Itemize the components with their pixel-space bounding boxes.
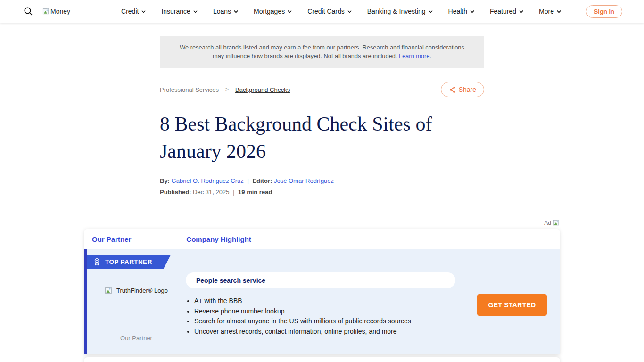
- partner-card-body: TOP PARTNER TruthFinder® Logo Our Partne…: [84, 249, 560, 354]
- service-category-pill: People search service: [186, 272, 455, 288]
- nav-item-credit-cards[interactable]: Credit Cards: [307, 8, 352, 15]
- chevron-down-icon: [193, 9, 198, 14]
- editor-label: Editor:: [252, 177, 272, 184]
- top-navigation-bar: Money Credit Insurance Loans Mortgages C…: [0, 0, 644, 23]
- nav-item-featured[interactable]: Featured: [490, 8, 524, 15]
- broken-image-icon: [553, 220, 560, 226]
- chevron-down-icon: [428, 9, 433, 14]
- nav-item-loans[interactable]: Loans: [213, 8, 239, 15]
- nav-label: Credit Cards: [307, 8, 345, 15]
- search-icon[interactable]: [24, 6, 34, 16]
- company-highlight-column: People search service A+ with the BBB Re…: [186, 249, 455, 337]
- share-button[interactable]: Share: [441, 82, 484, 97]
- nav-label: Featured: [490, 8, 516, 15]
- nav-label: Insurance: [161, 8, 190, 15]
- logo-alt-text: Money: [50, 8, 70, 15]
- share-label: Share: [459, 86, 476, 93]
- get-started-button[interactable]: GET STARTED: [477, 294, 547, 316]
- page-title: 8 Best Background Check Sites of January…: [160, 110, 484, 165]
- our-partner-column-header: Our Partner: [92, 235, 131, 243]
- chevron-down-icon: [287, 9, 292, 14]
- author-link[interactable]: Gabriel O. Rodriguez Cruz: [172, 177, 244, 184]
- breadcrumb-row: Professional Services > Background Check…: [160, 82, 484, 97]
- breadcrumb: Professional Services > Background Check…: [160, 86, 290, 93]
- chevron-down-icon: [556, 9, 561, 14]
- highlight-bullet-list: A+ with the BBB Reverse phone number loo…: [186, 296, 455, 337]
- nav-label: Mortgages: [254, 8, 285, 15]
- highlight-bullet: Uncover arrest records, contact informat…: [194, 327, 455, 337]
- nav-item-banking-investing[interactable]: Banking & Investing: [367, 8, 433, 15]
- published-row: Published: Dec 31, 2025 | 19 min read: [160, 189, 484, 196]
- top-partner-card: Our Partner Company Highlight TOP PARTNE…: [84, 229, 560, 354]
- by-label: By:: [160, 177, 170, 184]
- learn-more-link[interactable]: Learn more: [399, 52, 429, 59]
- sign-in-button[interactable]: Sign In: [586, 5, 622, 18]
- partner-logo[interactable]: TruthFinder® Logo: [105, 287, 168, 295]
- main-nav: Credit Insurance Loans Mortgages Credit …: [121, 8, 561, 15]
- published-label: Published:: [160, 189, 191, 196]
- money-logo[interactable]: Money: [42, 8, 70, 15]
- breadcrumb-parent[interactable]: Professional Services: [160, 86, 219, 93]
- nav-item-health[interactable]: Health: [448, 8, 475, 15]
- ad-label-row: Ad: [84, 219, 560, 227]
- nav-item-more[interactable]: More: [539, 8, 561, 15]
- broken-image-icon: [105, 287, 113, 295]
- chevron-down-icon: [519, 9, 524, 14]
- disclosure-period: .: [429, 52, 431, 59]
- read-time: 19 min read: [238, 189, 272, 196]
- author-row: By: Gabriel O. Rodriguez Cruz | Editor: …: [160, 177, 484, 184]
- nav-label: Banking & Investing: [367, 8, 426, 15]
- next-partner-card-stub: [84, 357, 560, 362]
- breadcrumb-current[interactable]: Background Checks: [235, 86, 290, 93]
- nav-label: Loans: [213, 8, 231, 15]
- chevron-down-icon: [141, 9, 146, 14]
- nav-label: Credit: [121, 8, 139, 15]
- highlight-bullet: Search for almost anyone in the US with …: [194, 316, 455, 327]
- advertiser-disclosure: We research all brands listed and may ea…: [160, 36, 484, 68]
- chevron-down-icon: [470, 9, 475, 14]
- highlight-bullet: A+ with the BBB: [194, 296, 455, 306]
- ad-label: Ad: [544, 220, 551, 226]
- partner-logo-column: TruthFinder® Logo Our Partner: [87, 249, 186, 354]
- partner-card-header: Our Partner Company Highlight: [84, 229, 560, 249]
- chevron-down-icon: [347, 9, 352, 14]
- company-highlight-column-header: Company Highlight: [186, 235, 251, 243]
- nav-item-credit[interactable]: Credit: [121, 8, 146, 15]
- breadcrumb-chevron-icon: >: [225, 86, 229, 93]
- nav-label: Health: [448, 8, 467, 15]
- editor-link[interactable]: José Omar Rodríguez: [274, 177, 334, 184]
- share-icon: [449, 86, 456, 93]
- byline-separator: |: [245, 177, 250, 184]
- partner-logo-alt-text: TruthFinder® Logo: [116, 287, 168, 294]
- published-separator: |: [231, 189, 236, 196]
- nav-item-mortgages[interactable]: Mortgages: [254, 8, 292, 15]
- highlight-bullet: Reverse phone number lookup: [194, 306, 455, 317]
- our-partner-caption: Our Partner: [120, 335, 152, 342]
- broken-image-icon: [42, 8, 50, 15]
- byline: By: Gabriel O. Rodriguez Cruz | Editor: …: [160, 177, 484, 196]
- nav-label: More: [539, 8, 554, 15]
- chevron-down-icon: [233, 9, 239, 14]
- published-date: Dec 31, 2025: [193, 189, 229, 196]
- nav-item-insurance[interactable]: Insurance: [161, 8, 198, 15]
